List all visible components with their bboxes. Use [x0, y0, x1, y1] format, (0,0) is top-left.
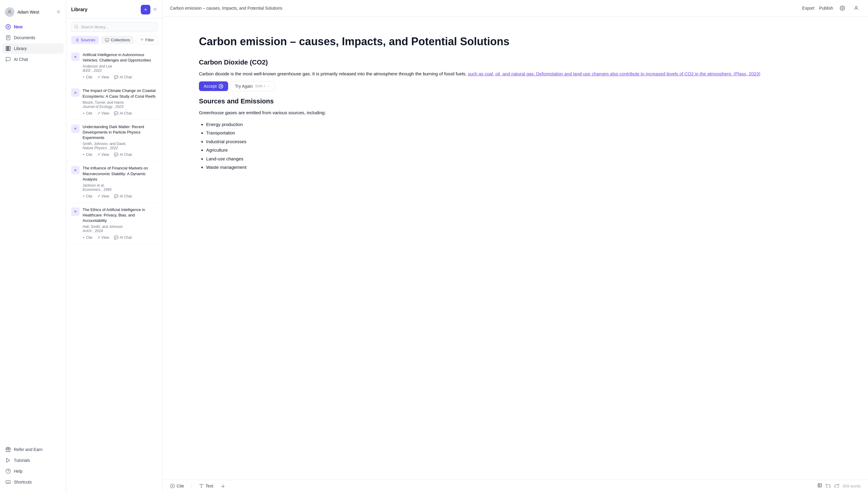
source-type-icon: ≡ — [71, 166, 80, 174]
source-title: Understanding Dark Matter: Recent Develo… — [83, 124, 158, 141]
section-heading-sources-emissions: Sources and Emissions — [199, 97, 832, 105]
cite-bottom-button[interactable]: Cite — [170, 484, 184, 488]
view-action[interactable]: ↗ View — [97, 152, 109, 157]
sidebar-item-tutorials[interactable]: Tutorials — [2, 455, 63, 465]
cite-action[interactable]: + Cite — [83, 111, 92, 116]
cite-label: Cite — [86, 152, 92, 157]
plus-circle-icon — [5, 24, 11, 29]
source-type-icon: ≡ — [71, 207, 80, 216]
ai-chat-action[interactable]: 💬 AI Chat — [114, 194, 132, 198]
source-title: Artificial Intelligence in Autonomous Ve… — [83, 52, 158, 63]
list-item[interactable]: ≡ The Impact of Climate Change on Coasta… — [66, 84, 162, 120]
list-item[interactable]: ≡ Understanding Dark Matter: Recent Deve… — [66, 120, 162, 162]
library-search-input[interactable] — [71, 22, 158, 32]
adjust-button[interactable] — [221, 484, 225, 488]
sidebar-bottom: Refer and Earn Tutorials Help — [0, 444, 66, 487]
svg-rect-5 — [9, 46, 10, 51]
text-bottom-button[interactable]: Text — [199, 484, 213, 488]
list-item[interactable]: ≡ The Influence of Financial Markets on … — [66, 161, 162, 203]
list-item[interactable]: ≡ Artificial Intelligence in Autonomous … — [66, 48, 162, 84]
settings-button[interactable] — [838, 4, 847, 13]
sidebar-item-library-label: Library — [14, 46, 27, 51]
svg-line-12 — [77, 27, 78, 28]
document-icon — [5, 35, 11, 41]
try-again-button[interactable]: Try Again Shift + → — [231, 81, 275, 91]
ai-chat-action[interactable]: 💬 AI Chat — [114, 75, 132, 79]
source-journal: Journal of Ecology , 2023 — [71, 105, 158, 109]
bottom-divider-1 — [192, 483, 192, 489]
accept-label: Accept — [204, 84, 217, 89]
view-arrow-icon: ↗ — [97, 152, 100, 157]
sidebar-item-refer-earn[interactable]: Refer and Earn — [2, 444, 63, 454]
table-icon-button[interactable] — [817, 483, 822, 489]
topbar-doc-title: Carbon emission – causes, Impacts, and P… — [170, 6, 282, 10]
view-action[interactable]: ↗ View — [97, 194, 109, 198]
sources-intro: Greenhouse gases are emitted from variou… — [199, 109, 832, 117]
source-authors: Anderson and Lee — [71, 64, 158, 69]
svg-rect-19 — [105, 38, 109, 41]
list-item: Energy production — [206, 120, 832, 129]
filter-button[interactable]: Filter — [136, 35, 158, 44]
sidebar-item-ai-chat[interactable]: AI Chat — [2, 54, 63, 65]
list-item: Land-use changes — [206, 155, 832, 164]
gear-icon — [840, 5, 845, 11]
source-journal: IEEE , 2021 — [71, 69, 158, 73]
redo-button[interactable] — [834, 483, 839, 489]
sidebar-item-help-label: Help — [14, 469, 23, 474]
tab-collections[interactable]: Collections — [101, 36, 134, 44]
view-label: View — [101, 194, 109, 198]
svg-point-0 — [9, 10, 10, 12]
sidebar-item-help[interactable]: Help — [2, 466, 63, 476]
user-avatar-topbar[interactable] — [852, 4, 861, 13]
library-add-button[interactable]: + — [141, 5, 150, 15]
cite-action[interactable]: + Cite — [83, 75, 92, 79]
ai-chat-label: AI Chat — [120, 236, 132, 240]
sidebar-item-tutorials-label: Tutorials — [14, 458, 30, 463]
sidebar-nav: New Documents Library A — [0, 22, 66, 65]
sidebar-collapse-icon[interactable] — [56, 9, 61, 15]
document-main-title: Carbon emission – causes, Impacts, and P… — [199, 35, 832, 49]
library-collapse-icon[interactable] — [153, 7, 158, 13]
list-item[interactable]: ≡ The Ethics of Artificial Intelligence … — [66, 203, 162, 245]
view-action[interactable]: ↗ View — [97, 111, 109, 116]
cite-label: Cite — [86, 111, 92, 116]
sidebar-item-library[interactable]: Library — [2, 43, 63, 54]
chat-bubble-icon: 💬 — [114, 75, 119, 79]
undo-icon — [826, 483, 831, 488]
ai-chat-action[interactable]: 💬 AI Chat — [114, 152, 132, 157]
tab-sources[interactable]: Sources — [71, 36, 99, 44]
sidebar-item-documents-label: Documents — [14, 35, 35, 40]
ai-chat-action[interactable]: 💬 AI Chat — [114, 111, 132, 116]
undo-button[interactable] — [826, 483, 831, 489]
ai-chat-action[interactable]: 💬 AI Chat — [114, 236, 132, 240]
cite-bottom-label: Cite — [177, 484, 184, 488]
accept-bar: Accept Try Again Shift + → — [199, 81, 832, 91]
export-button[interactable]: Export — [802, 6, 814, 10]
library-tabs: Sources Collections Filter — [66, 35, 162, 48]
cite-plus-icon: + — [83, 152, 85, 157]
collections-tab-icon — [105, 38, 109, 42]
citation-link[interactable]: such as coal, oil, and natural gas. Defo… — [468, 71, 760, 76]
source-actions: + Cite ↗ View 💬 AI Chat — [71, 111, 158, 116]
cite-action[interactable]: + Cite — [83, 236, 92, 240]
sidebar-item-refer-earn-label: Refer and Earn — [14, 447, 43, 452]
view-action[interactable]: ↗ View — [97, 236, 109, 240]
accept-arrow-icon — [219, 84, 223, 89]
view-action[interactable]: ↗ View — [97, 75, 109, 79]
source-authors: Smith, Johnson, and Davis — [71, 142, 158, 146]
cite-action[interactable]: + Cite — [83, 194, 92, 198]
publish-button[interactable]: Publish — [819, 6, 833, 10]
cite-action[interactable]: + Cite — [83, 152, 92, 157]
accept-button[interactable]: Accept — [199, 81, 228, 91]
main-editor[interactable]: Carbon emission – causes, Impacts, and P… — [163, 17, 868, 479]
text-bottom-label: Text — [206, 484, 213, 488]
sidebar-item-documents[interactable]: Documents — [2, 32, 63, 43]
svg-rect-4 — [7, 46, 8, 51]
svg-point-25 — [842, 7, 843, 9]
svg-point-26 — [856, 6, 857, 8]
redo-icon — [834, 483, 839, 488]
view-arrow-icon: ↗ — [97, 111, 100, 116]
sidebar-item-new[interactable]: New — [2, 22, 63, 32]
sidebar-item-shortcuts[interactable]: Shortcuts — [2, 477, 63, 487]
sources-tab-icon — [75, 38, 79, 42]
